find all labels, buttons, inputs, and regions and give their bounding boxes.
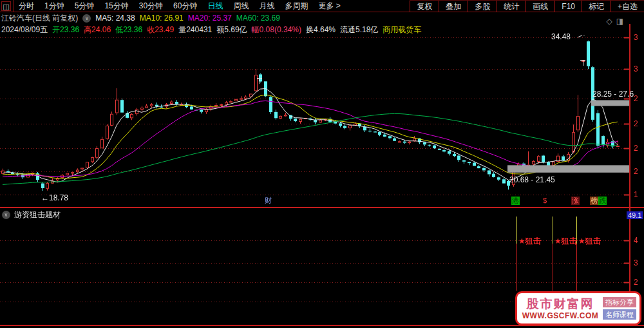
price-axis-line [629, 24, 630, 325]
menu-item-月线[interactable]: 月线 [254, 0, 279, 12]
zone-range-label: 28.25 - 27.6 [592, 90, 634, 99]
indicator-axis-label: 2 [634, 278, 638, 287]
price-axis-label: 2 [634, 119, 638, 128]
indicator-title: 游资狙击题材 [14, 209, 61, 220]
zone-range-label: 20.68 - 21.45 [509, 175, 555, 184]
toolbar-button-叠加[interactable]: 叠加 [439, 1, 468, 12]
toolbar-button-标记[interactable]: 标记 [582, 1, 611, 12]
panel-divider[interactable] [0, 207, 644, 208]
quote-field: 量240431 [178, 24, 212, 35]
menu-item-5分钟[interactable]: 5分钟 [70, 0, 100, 12]
market-tag-up[interactable]: 涨 [571, 197, 580, 205]
indicator-axis-label: 4 [634, 236, 638, 245]
ma-value: MA60: 23.69 [236, 14, 280, 23]
toolbar-button-统计[interactable]: 统计 [497, 1, 526, 12]
menu-item-分时[interactable]: 分时 [14, 0, 39, 12]
watermark-site-url: WWW.GSCFW.COM [520, 311, 600, 320]
price-axis-label: 2 [634, 144, 638, 153]
stock-title: 江铃汽车(日线 前复权) [1, 13, 78, 24]
quote-header-line2: 2024/08/09五开23.36高24.06低23.36收23.49量2404… [0, 24, 644, 35]
tdx-stock-app: ◫ 分时1分钟5分钟15分钟30分钟60分钟日线周线月线多周期更多 > 复权叠加… [0, 0, 644, 328]
quote-field: 幅0.08(0.34%) [252, 24, 301, 35]
ma-values: MA5: 24.38MA10: 26.91MA20: 25.37MA60: 23… [95, 14, 285, 23]
price-annotation: 34.48 [551, 32, 571, 41]
toolbar-button-画线[interactable]: 画线 [526, 1, 554, 12]
quote-field: 开23.36 [52, 24, 79, 35]
window-split-icon[interactable]: ◫ [1, 1, 11, 11]
menu-item-15分钟[interactable]: 15分钟 [99, 0, 133, 12]
chevron-down-circle-icon[interactable]: ∨ [2, 211, 10, 219]
toolbar-button-多股[interactable]: 多股 [468, 1, 497, 12]
watermark-badge-teacher-course: 名师课程 [603, 309, 636, 320]
watermark-text: 股市财富网 WWW.GSCFW.COM [520, 297, 600, 320]
fin-report-marker: 财 [265, 197, 272, 205]
menu-item-更多 >[interactable]: 更多 > [313, 0, 345, 12]
quote-field: 商用载货车 [383, 24, 421, 35]
price-annotation: ←18.78 [41, 193, 68, 202]
indicator-panel-header: ∨ 游资狙击题材 [2, 209, 61, 220]
toolbar-buttons: 复权叠加多股统计画线F10标记+自选 [410, 0, 644, 12]
quote-field: 收23.49 [147, 24, 174, 35]
price-axis-label: 1 [634, 190, 638, 199]
quote-field: 额5.69亿 [216, 24, 247, 35]
toolbar-button-复权[interactable]: 复权 [410, 1, 439, 12]
market-tag-usd[interactable]: $ [543, 197, 547, 205]
indicator-value-badge: 49.1 [627, 211, 643, 219]
quote-field: 2024/08/09五 [1, 24, 48, 35]
ma-value: MA5: 24.38 [95, 14, 135, 23]
price-axis-label: 2 [634, 94, 638, 103]
quote-field: 低23.36 [115, 24, 142, 35]
menu-item-多周期[interactable]: 多周期 [279, 0, 313, 12]
chevron-down-circle-icon[interactable]: ∨ [82, 14, 91, 23]
price-axis-label: 3 [634, 64, 638, 73]
quote-header-line1: 江铃汽车(日线 前复权) ∨ MA5: 24.38MA10: 26.91MA20… [0, 12, 644, 24]
menu-item-1分钟[interactable]: 1分钟 [39, 0, 70, 12]
menu-item-周线[interactable]: 周线 [228, 0, 254, 12]
watermark-box: 股市财富网 WWW.GSCFW.COM 指标分享 名师课程 [515, 291, 641, 325]
quote-field: 高24.06 [84, 24, 111, 35]
sniper-signal-label: ★狙击 [554, 236, 577, 247]
price-axis-label: 2 [634, 167, 638, 176]
watermark-site-name: 股市财富网 [520, 297, 600, 311]
market-tag-down[interactable]: 跌 [598, 197, 607, 205]
menu-item-60分钟[interactable]: 60分钟 [168, 0, 202, 12]
period-menu: 分时1分钟5分钟15分钟30分钟60分钟日线周线月线多周期更多 > [13, 0, 346, 12]
watermark-badge-indicator-share: 指标分享 [603, 297, 636, 307]
ma-value: MA20: 25.37 [188, 14, 232, 23]
sniper-signal-label: ★狙击 [518, 236, 541, 247]
quote-field: 流通5.18亿 [340, 24, 378, 35]
toolbar-button-+自选[interactable]: +自选 [611, 1, 644, 12]
ma-value: MA10: 26.91 [140, 14, 184, 23]
period-toolbar: ◫ 分时1分钟5分钟15分钟30分钟60分钟日线周线月线多周期更多 > 复权叠加… [0, 0, 644, 12]
menu-item-日线[interactable]: 日线 [202, 0, 228, 12]
sniper-signal-label: ★狙击 [578, 236, 601, 247]
quote-field: 换4.64% [306, 24, 336, 35]
menu-item-30分钟[interactable]: 30分钟 [134, 0, 168, 12]
watermark-badges: 指标分享 名师课程 [603, 297, 636, 320]
toolbar-button-F10[interactable]: F10 [554, 1, 582, 12]
market-tag-rank[interactable]: 榜 [590, 197, 598, 205]
market-tag-hk[interactable]: 港 [511, 197, 520, 205]
price-axis-label: 3 [634, 33, 638, 42]
indicator-axis-label: 3 [634, 258, 638, 267]
